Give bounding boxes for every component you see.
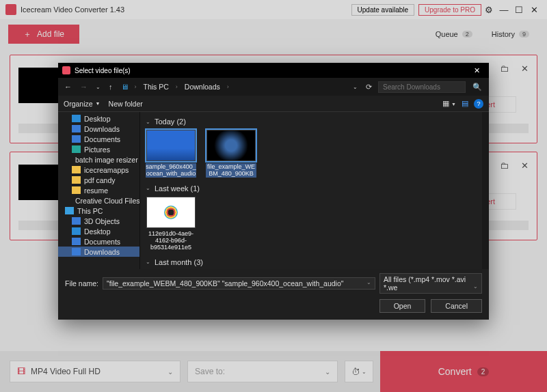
tree-label: This PC	[77, 207, 103, 215]
crumb-sep-icon: ›	[135, 83, 137, 90]
dialog-close-icon[interactable]: ✕	[468, 66, 485, 75]
tree-node[interactable]: Documents	[58, 134, 139, 144]
tree-node[interactable]: Downloads	[58, 247, 139, 257]
nav-dropdown-icon[interactable]: ⌄	[351, 84, 360, 90]
folder-icon	[72, 166, 81, 173]
modal-overlay: Select video file(s) ✕ ← → ⌄ ↑ 🖥 › This …	[0, 0, 547, 392]
dialog-title: Select video file(s)	[75, 67, 468, 74]
tree-node[interactable]: 3D Objects	[58, 216, 139, 226]
folder-icon	[72, 238, 81, 245]
tree-label: pdf candy	[84, 176, 116, 184]
tree-label: Pictures	[84, 145, 110, 154]
filename-label: File name:	[65, 279, 98, 288]
nav-chevron-down-icon[interactable]: ⌄	[94, 84, 103, 90]
folder-tree[interactable]: DesktopDownloadsDocumentsPicturesbatch i…	[58, 112, 140, 269]
tree-label: 3D Objects	[84, 217, 120, 225]
folder-icon	[72, 248, 81, 255]
tree-label: Desktop	[84, 227, 111, 236]
dialog-titlebar: Select video file(s) ✕	[58, 63, 489, 78]
tree-label: Documents	[84, 238, 120, 246]
folder-icon	[72, 125, 81, 132]
tree-node[interactable]: batch image resizer	[58, 154, 139, 165]
cancel-button[interactable]: Cancel	[431, 299, 482, 313]
group-header-lastweek[interactable]: ⌄Last week (1)	[146, 182, 477, 197]
filename-input[interactable]: "file_example_WEBM_480_900KB" "sample_96…	[103, 277, 375, 290]
chevron-down-icon: ⌄	[473, 283, 478, 290]
tree-node[interactable]: This PC	[58, 206, 139, 216]
tree-node[interactable]: Desktop	[58, 226, 139, 236]
dialog-logo-icon	[62, 66, 70, 74]
file-list: ⌄Today (2) sample_960x400_ocean_with_aud…	[140, 112, 482, 269]
group-header-lastmonth[interactable]: ⌄Last month (3)	[146, 255, 477, 269]
preview-pane-icon[interactable]: ▤	[462, 99, 468, 108]
tree-label: Documents	[84, 135, 120, 143]
tree-label: Downloads	[84, 125, 120, 133]
tree-node[interactable]: Desktop	[58, 113, 139, 124]
thumbnail-image	[146, 130, 196, 161]
thumbnail-image	[146, 197, 196, 228]
folder-icon	[72, 115, 81, 122]
folder-icon	[72, 186, 81, 194]
tree-label: Downloads	[84, 248, 120, 256]
file-name: sample_960x400_ocean_with_audio	[146, 163, 196, 178]
folder-icon	[72, 176, 81, 184]
collapse-icon: ⌄	[146, 259, 150, 265]
dialog-footer: File name: "file_example_WEBM_480_900KB"…	[58, 269, 489, 320]
collapse-icon: ⌄	[146, 185, 150, 191]
folder-icon	[65, 207, 74, 214]
organize-menu[interactable]: Organize ▼	[64, 100, 101, 108]
scrollbar[interactable]	[482, 112, 489, 269]
tree-label: Creative Cloud Files Pe	[75, 197, 140, 205]
nav-forward-icon[interactable]: →	[78, 83, 90, 91]
crumb-sep-icon: ›	[176, 83, 178, 90]
folder-icon	[72, 217, 81, 225]
tree-node[interactable]: Documents	[58, 236, 139, 247]
chevron-down-icon: ⌄	[366, 279, 371, 285]
tree-label: resume	[84, 186, 108, 195]
tree-node[interactable]: resume	[58, 185, 139, 195]
breadcrumb-segment[interactable]: This PC	[141, 83, 172, 91]
tree-node[interactable]: icecreamapps	[58, 165, 139, 175]
dialog-nav: ← → ⌄ ↑ 🖥 › This PC › Downloads › ⌄ ⟳ 🔍	[58, 78, 489, 96]
thumbnail-image	[206, 130, 256, 161]
dialog-toolbar: Organize ▼ New folder ▦ ▼ ▤ ?	[58, 96, 489, 112]
folder-icon	[72, 135, 81, 143]
collapse-icon: ⌄	[146, 119, 150, 125]
refresh-icon[interactable]: ⟳	[364, 83, 374, 92]
nav-back-icon[interactable]: ←	[62, 83, 74, 91]
folder-icon	[72, 227, 81, 235]
chevron-down-icon: ▼	[96, 101, 101, 106]
file-thumbnail[interactable]: sample_960x400_ocean_with_audio	[146, 130, 196, 178]
file-dialog: Select video file(s) ✕ ← → ⌄ ↑ 🖥 › This …	[58, 63, 489, 320]
file-thumbnail[interactable]: 112e91d0-4ae9-4162-b96d-b95314e911e5	[146, 197, 196, 251]
new-folder-button[interactable]: New folder	[109, 100, 143, 108]
file-name: file_example_WEBM_480_900KB	[206, 163, 256, 178]
crumb-sep-icon: ›	[227, 83, 229, 90]
tree-label: batch image resizer	[75, 156, 138, 164]
nav-up-icon[interactable]: ↑	[107, 83, 115, 91]
file-name: 112e91d0-4ae9-4162-b96d-b95314e911e5	[146, 230, 196, 251]
pc-icon: 🖥	[119, 83, 131, 91]
view-mode-icon[interactable]: ▦ ▼	[442, 99, 456, 108]
tree-node[interactable]: Pictures	[58, 144, 139, 154]
tree-node[interactable]: Downloads	[58, 124, 139, 134]
tree-node[interactable]: pdf candy	[58, 175, 139, 185]
file-type-filter[interactable]: All files (*.mp4 *.mov *.avi *.we ⌄	[379, 273, 482, 294]
open-button[interactable]: Open	[379, 299, 426, 313]
group-header-today[interactable]: ⌄Today (2)	[146, 115, 477, 130]
tree-label: icecreamapps	[84, 166, 129, 174]
tree-label: Desktop	[84, 115, 111, 123]
tree-node[interactable]: Creative Cloud Files Pe	[58, 195, 139, 206]
file-thumbnail[interactable]: file_example_WEBM_480_900KB	[206, 130, 256, 178]
search-input[interactable]	[378, 81, 466, 93]
breadcrumb-segment[interactable]: Downloads	[182, 83, 223, 91]
help-icon[interactable]: ?	[474, 99, 483, 109]
folder-icon	[72, 145, 81, 153]
search-icon[interactable]: 🔍	[470, 83, 485, 92]
